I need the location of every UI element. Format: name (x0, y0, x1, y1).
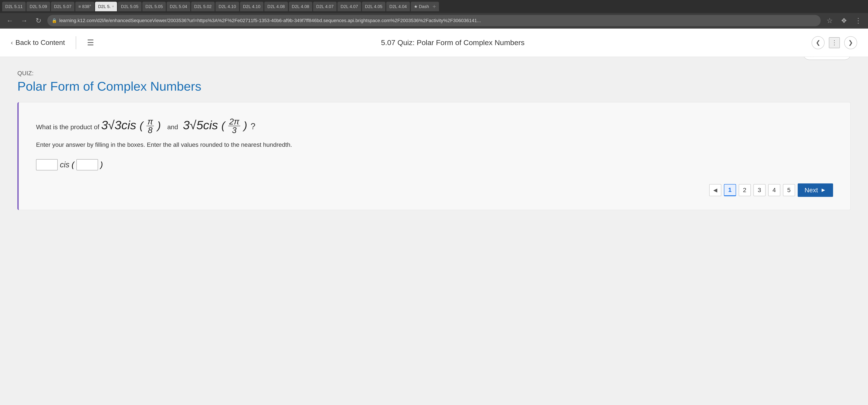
tab-label: ≡ 838° (78, 4, 91, 9)
quiz-card: What is the product of 3√3cis ( π 8 ) an… (18, 102, 850, 210)
tab-label: D2L 5.05 (121, 4, 138, 9)
page-5-label: 5 (787, 187, 791, 194)
reading-mode-button[interactable]: 🎧 Reading Off (803, 57, 850, 60)
tab-label: D2L 5. (98, 4, 111, 9)
cis-label: cis (60, 160, 69, 169)
tab-label: D2L 5.04 (170, 4, 187, 9)
page-1-button[interactable]: 1 (724, 184, 736, 196)
reload-button[interactable]: ↻ (33, 15, 44, 26)
close-paren: ) (100, 160, 103, 169)
question-suffix: ? (251, 122, 255, 131)
tab-label: ★ Dash (414, 4, 429, 9)
tab-d2l-404[interactable]: D2L 4.04 (386, 2, 410, 11)
tab-label: D2L 5.09 (30, 4, 47, 9)
tab-d2l-410a[interactable]: D2L 4.10 (215, 2, 239, 11)
tab-d2l-408b[interactable]: D2L 4.08 (289, 2, 312, 11)
answer-coefficient-input[interactable] (36, 159, 58, 170)
tab-d2l-408a[interactable]: D2L 4.08 (264, 2, 288, 11)
back-button[interactable]: ← (4, 15, 15, 26)
page-1-label: 1 (728, 187, 732, 193)
tab-label: D2L 4.05 (365, 4, 382, 9)
tab-dash[interactable]: ★ Dash + (411, 2, 439, 11)
tab-label: D2L 4.08 (292, 4, 309, 9)
add-tab-icon[interactable]: + (432, 3, 436, 10)
back-chevron-icon: ‹ (11, 39, 13, 46)
address-bar[interactable]: 🔒 learning.k12.com/d2l/le/enhancedSequen… (47, 15, 821, 26)
tab-d2l-504[interactable]: D2L 5.04 (167, 2, 190, 11)
next-nav-button[interactable]: ❯ (844, 36, 857, 49)
tab-label: D2L 4.07 (340, 4, 358, 9)
page-4-label: 4 (773, 187, 776, 194)
tab-d2l-407b[interactable]: D2L 4.07 (337, 2, 361, 11)
prev-page-icon: ◀ (713, 187, 717, 193)
tab-d2l-505a[interactable]: D2L 5.05 (118, 2, 141, 11)
tab-d2l-507[interactable]: D2L 5.07 (51, 2, 74, 11)
next-arrow-icon: ► (820, 187, 826, 193)
page-3-label: 3 (758, 187, 761, 194)
tab-d2l-502[interactable]: D2L 5.02 (191, 2, 215, 11)
content-area: 🎧 Reading Off QUIZ: Polar Form of Comple… (0, 57, 868, 405)
lock-icon: 🔒 (52, 18, 57, 23)
extensions-button[interactable]: ❖ (838, 15, 849, 26)
answer-angle-input[interactable] (76, 159, 98, 170)
next-label: Next (805, 187, 818, 194)
tab-label: D2L 5.11 (5, 4, 23, 9)
back-to-content-label: Back to Content (16, 39, 65, 46)
pagination-row: ◀ 1 2 3 4 5 Next ► (36, 183, 833, 197)
page-2-button[interactable]: 2 (739, 184, 751, 196)
tab-label: D2L 4.07 (316, 4, 334, 9)
tab-label: D2L 5.05 (145, 4, 163, 9)
hamburger-icon[interactable]: ☰ (87, 38, 94, 47)
nav-right: ❮ ⋮ ❯ (812, 36, 857, 49)
math-expression-2: 3√5cis ( 2π 3 ) (183, 118, 251, 132)
nav-divider (76, 36, 76, 49)
answer-row: cis ( ) (36, 159, 833, 170)
next-button[interactable]: Next ► (798, 183, 833, 197)
prev-nav-button[interactable]: ❮ (812, 36, 825, 49)
page-4-button[interactable]: 4 (768, 184, 780, 196)
question-text: What is the product of 3√3cis ( π 8 ) an… (36, 115, 833, 135)
tab-active[interactable]: D2L 5. × (95, 2, 117, 11)
page-title: 5.07 Quiz: Polar Form of Complex Numbers (100, 38, 805, 47)
url-text: learning.k12.com/d2l/le/enhancedSequence… (59, 18, 481, 24)
tab-d2l-511[interactable]: D2L 5.11 (2, 2, 26, 11)
page-5-button[interactable]: 5 (783, 184, 795, 196)
tab-d2l-505b[interactable]: D2L 5.05 (142, 2, 166, 11)
forward-button[interactable]: → (19, 15, 30, 26)
menu-button[interactable]: ⋮ (853, 15, 864, 26)
tab-label: D2L 5.02 (194, 4, 212, 9)
tab-d2l-407a[interactable]: D2L 4.07 (313, 2, 337, 11)
open-paren: ( (72, 160, 74, 169)
tab-d2l-509[interactable]: D2L 5.09 (27, 2, 50, 11)
tab-label: D2L 4.10 (243, 4, 260, 9)
page-2-label: 2 (743, 187, 746, 194)
instructions: Enter your answer by filling in the boxe… (36, 141, 833, 148)
tab-label: D2L 5.07 (54, 4, 71, 9)
question-prefix: What is the product of (36, 123, 99, 131)
quiz-title: Polar Form of Complex Numbers (18, 79, 850, 94)
bookmark-button[interactable]: ☆ (824, 15, 835, 26)
top-nav: ‹ Back to Content ☰ 5.07 Quiz: Polar For… (0, 29, 868, 57)
tab-label: D2L 4.10 (219, 4, 236, 9)
tab-d2l-405[interactable]: D2L 4.05 (362, 2, 385, 11)
more-options-button[interactable]: ⋮ (829, 37, 840, 48)
tab-d2l-410b[interactable]: D2L 4.10 (240, 2, 264, 11)
page-3-button[interactable]: 3 (753, 184, 766, 196)
close-tab-icon[interactable]: × (112, 5, 114, 8)
quiz-label: QUIZ: (18, 70, 850, 77)
prev-page-button[interactable]: ◀ (709, 184, 721, 196)
tab-838[interactable]: ≡ 838° (75, 2, 94, 11)
tab-label: D2L 4.08 (267, 4, 285, 9)
question-and: and (167, 123, 178, 131)
math-expression-1: 3√3cis ( π 8 ) (101, 118, 164, 132)
back-to-content-link[interactable]: ‹ Back to Content (11, 39, 65, 46)
tab-label: D2L 4.04 (389, 4, 407, 9)
